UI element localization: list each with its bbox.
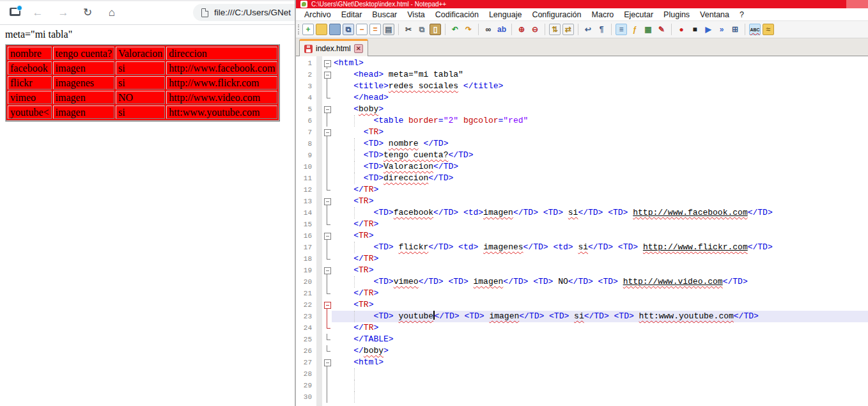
tab-close-icon[interactable]: ✕ [354, 44, 363, 53]
toolbar-save-macro-icon[interactable]: ⊞ [729, 24, 741, 35]
fold-collapse-icon[interactable] [322, 196, 332, 207]
code-text[interactable]: </TR> [332, 288, 868, 299]
toolbar-copy-icon[interactable]: ⧉ [416, 24, 428, 35]
code-text[interactable]: <TD> youtube</TD> <TD> imagen</TD> <TD> … [332, 311, 868, 322]
menu-item-editar[interactable]: Editar [336, 10, 368, 19]
code-line-21[interactable]: 21 </TR> [296, 288, 868, 299]
code-text[interactable]: <boby> [332, 104, 868, 115]
forward-icon[interactable]: → [55, 4, 72, 21]
code-text[interactable]: <html> [332, 58, 868, 69]
code-text[interactable]: <TR> [332, 127, 868, 138]
toolbar-new-file-icon[interactable]: + [302, 24, 314, 35]
code-line-8[interactable]: 8 <TD> nombre </TD> [296, 138, 868, 150]
fold-collapse-icon[interactable] [322, 299, 332, 311]
bookmark-margin[interactable] [315, 138, 322, 150]
menu-item-vista[interactable]: Vista [402, 10, 430, 19]
code-line-22[interactable]: 22 <TR> [296, 299, 868, 311]
code-text[interactable]: <head> meta="mi tabla" [332, 69, 868, 81]
toolbar-zoom-out-icon[interactable]: ⊖ [529, 24, 541, 35]
code-line-6[interactable]: 6 <table border="2" bgcolor="red" [296, 115, 868, 127]
code-line-28[interactable]: 28 [296, 368, 868, 380]
back-icon[interactable]: ← [29, 4, 46, 21]
code-line-15[interactable]: 15 </TR> [296, 219, 868, 230]
toolbar-save-all-icon[interactable]: ⧉ [343, 24, 354, 35]
code-line-19[interactable]: 19 <TR> [296, 265, 868, 276]
bookmark-margin[interactable] [315, 276, 322, 288]
bookmark-margin[interactable] [315, 299, 322, 311]
menu-item-lenguaje[interactable]: Lenguaje [484, 10, 527, 19]
toolbar-find-icon[interactable]: ∞ [483, 24, 494, 35]
bookmark-margin[interactable] [315, 207, 322, 219]
toolbar-word-wrap-icon[interactable]: ↩ [582, 24, 594, 35]
menu-item-archivo[interactable]: Archivo [299, 10, 336, 19]
bookmark-margin[interactable] [315, 380, 322, 391]
code-line-25[interactable]: 25 </TABLE> [296, 334, 868, 345]
fold-collapse-icon[interactable] [322, 265, 332, 276]
code-line-12[interactable]: 12 </TR> [296, 184, 868, 196]
toolbar-undo-icon[interactable]: ↶ [449, 24, 461, 35]
bookmark-margin[interactable] [315, 391, 322, 403]
toolbar-document-monitor-icon[interactable]: ≈ [763, 24, 774, 35]
toolbar-spell-check-icon[interactable]: ABC [749, 24, 761, 35]
code-text[interactable]: </TR> [332, 322, 868, 334]
code-text[interactable]: <TD>tengo cuenta?</TD> [332, 150, 868, 161]
code-text[interactable] [332, 368, 868, 380]
code-line-13[interactable]: 13 <TR> [296, 196, 868, 207]
fold-collapse-icon[interactable] [322, 230, 332, 242]
code-text[interactable]: </head> [332, 92, 868, 104]
fold-collapse-icon[interactable] [322, 58, 332, 69]
menu-item-ejecutar[interactable]: Ejecutar [619, 10, 658, 19]
toolbar-sync-vertical-icon[interactable]: ⇅ [549, 24, 561, 35]
code-text[interactable]: <TD>vimeo</TD> <TD> imagen</TD> <TD> NO<… [332, 276, 868, 288]
url-hotspot[interactable]: http://www.facebook.com [633, 208, 747, 217]
toolbar-close-all-icon[interactable]: = [369, 24, 381, 35]
fold-collapse-icon[interactable] [322, 104, 332, 115]
bookmark-margin[interactable] [315, 115, 322, 127]
menu-item-macro[interactable]: Macro [587, 10, 619, 19]
menu-item-help[interactable]: ? [734, 10, 749, 19]
code-text[interactable]: <TD> nombre </TD> [332, 138, 868, 150]
bookmark-margin[interactable] [315, 288, 322, 299]
code-text[interactable]: <TR> [332, 230, 868, 242]
bookmark-margin[interactable] [315, 334, 322, 345]
menu-item-buscar[interactable]: Buscar [367, 10, 402, 19]
code-text[interactable]: <TR> [332, 265, 868, 276]
toolbar-replace-icon[interactable]: ab [496, 24, 508, 35]
code-line-7[interactable]: 7 <TR> [296, 127, 868, 138]
bookmark-margin[interactable] [315, 173, 322, 184]
code-line-27[interactable]: 27 <html> [296, 357, 868, 368]
bookmark-margin[interactable] [315, 150, 322, 161]
code-line-5[interactable]: 5 <boby> [296, 104, 868, 115]
toolbar-cut-icon[interactable]: ✂ [403, 24, 414, 35]
fold-collapse-icon[interactable] [322, 127, 332, 138]
toolbar-play-macro-icon[interactable]: ▶ [702, 24, 714, 35]
code-text[interactable] [332, 380, 868, 391]
code-line-2[interactable]: 2 <head> meta="mi tabla" [296, 69, 868, 81]
bookmark-margin[interactable] [315, 161, 322, 173]
toolbar-record-macro-icon[interactable]: ● [676, 24, 687, 35]
code-text[interactable]: </TABLE> [332, 334, 868, 345]
tab-overview-icon[interactable] [10, 8, 20, 16]
menu-item-ventana[interactable]: Ventana [695, 10, 734, 19]
toolbar-zoom-in-icon[interactable]: ⊕ [516, 24, 527, 35]
code-editor[interactable]: 1<html>2 <head> meta="mi tabla"3 <title>… [296, 56, 868, 406]
bookmark-margin[interactable] [315, 69, 322, 81]
code-text[interactable] [332, 391, 868, 403]
fold-collapse-icon[interactable] [322, 69, 332, 81]
toolbar-print-icon[interactable]: ▤ [383, 24, 394, 35]
toolbar-run-macro-multiple-icon[interactable]: » [716, 24, 727, 35]
code-line-17[interactable]: 17 <TD> flickr</TD> <td> imagenes</TD> <… [296, 242, 868, 253]
code-text[interactable]: </TR> [332, 219, 868, 230]
bookmark-margin[interactable] [315, 311, 322, 322]
toolbar-stop-macro-icon[interactable]: ■ [689, 24, 701, 35]
toolbar-document-map-icon[interactable]: ▦ [642, 24, 654, 35]
code-text[interactable]: </TR> [332, 253, 868, 265]
menu-item-codificacion[interactable]: Codificación [430, 10, 484, 19]
toolbar-edit-pen-icon[interactable]: ✎ [656, 24, 667, 35]
code-text[interactable]: <TD>Valoracion</TD> [332, 161, 868, 173]
code-line-18[interactable]: 18 </TR> [296, 253, 868, 265]
bookmark-margin[interactable] [315, 92, 322, 104]
bookmark-margin[interactable] [315, 242, 322, 253]
toolbar-sync-horizontal-icon[interactable]: ⇄ [562, 24, 574, 35]
bookmark-margin[interactable] [315, 219, 322, 230]
